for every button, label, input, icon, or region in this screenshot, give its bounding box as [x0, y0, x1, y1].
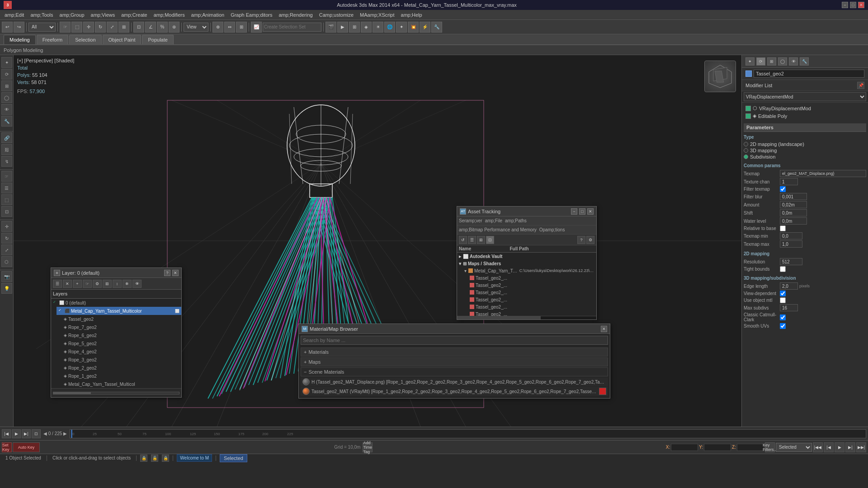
menu-ampanimation[interactable]: amp;Animation: [189, 11, 227, 19]
render-scene-button[interactable]: ☀: [373, 22, 383, 33]
lock-all-button[interactable]: 🔒: [162, 455, 169, 462]
layer-row-rope5[interactable]: ◈ Rope_5_geo2: [62, 339, 181, 347]
render-frame-button[interactable]: ⊞: [349, 22, 360, 33]
asset-row-metal-cap[interactable]: ▾ Metal_Cap_Yarn_Tas... C:\Users\lukya\D…: [462, 267, 596, 274]
effects-button[interactable]: ✦: [396, 22, 407, 33]
menu-amptools[interactable]: amp;Tools: [28, 11, 56, 19]
object-name-input[interactable]: [754, 70, 864, 78]
layer-row-rope1[interactable]: ◈ Rope_1_geo2: [62, 372, 181, 380]
ribbon-tab-object-paint[interactable]: Object Paint: [103, 35, 142, 44]
view-dep-checkbox[interactable]: [780, 291, 786, 296]
asset-row-tassel-2[interactable]: Tassel_geo2_...: [468, 282, 596, 289]
use-obj-mtl-checkbox[interactable]: [780, 297, 786, 303]
water-level-input[interactable]: [780, 217, 807, 225]
navigation-cube[interactable]: TOP: [704, 61, 736, 92]
rayfire-button[interactable]: 💥: [408, 22, 419, 33]
layers-close-button[interactable]: ✕: [172, 270, 179, 276]
menu-ampmodifiers[interactable]: amp;Modifiers: [151, 11, 188, 19]
type-2d-radio[interactable]: 2D mapping (landscape): [744, 141, 866, 147]
render-setup-button[interactable]: 🎬: [326, 22, 336, 33]
smooth-uvs-checkbox[interactable]: [780, 323, 786, 329]
asset-restore-button[interactable]: □: [579, 208, 585, 215]
align-button[interactable]: ⊕: [212, 22, 223, 33]
ribbon-tab-modeling[interactable]: Modeling: [4, 35, 36, 44]
menu-amphelp[interactable]: amp;Help: [398, 11, 425, 19]
modifier-vray-displacement[interactable]: ⬡ VRayDisplacementMod: [744, 104, 866, 112]
relative-checkbox[interactable]: [780, 225, 786, 231]
light-btn[interactable]: 💡: [1, 283, 12, 294]
resolution-input[interactable]: [780, 258, 802, 265]
asset-group-maps[interactable]: ▾ ⊞ Maps / Shaders: [457, 260, 596, 267]
play-button[interactable]: ▶: [12, 429, 21, 438]
link-btn[interactable]: 🔗: [1, 132, 12, 143]
ribbon-tab-freeform[interactable]: Freeform: [37, 35, 69, 44]
timeline-scroll-left[interactable]: ◀: [43, 431, 47, 436]
maximize-button[interactable]: □: [850, 2, 856, 8]
menu-campustomize[interactable]: Camp;ustomize: [316, 11, 356, 19]
lock-transform-button[interactable]: 🔓: [151, 455, 158, 462]
modifier-poly-enable-checkbox[interactable]: [745, 113, 751, 119]
asset-close-button[interactable]: ✕: [587, 208, 594, 215]
select-region-rect-btn[interactable]: ⬚: [1, 194, 12, 205]
edge-length-input[interactable]: [780, 282, 798, 290]
window-crossing-btn[interactable]: ⊡: [1, 206, 12, 217]
hierarchy-panel-btn[interactable]: ⊞: [1, 80, 12, 91]
bind-space-warp-btn[interactable]: ↯: [1, 156, 12, 167]
matbrowser-close-button[interactable]: ✕: [601, 326, 607, 332]
menu-ampcreate[interactable]: amp;Create: [118, 11, 150, 19]
menu-grapheampditors[interactable]: Graph Eamp;ditors: [228, 11, 275, 19]
motion-panel-btn[interactable]: ◯: [1, 92, 12, 103]
layer-row-metal-cap-sub[interactable]: ◈ Metal_Cap_Yarn_Tassel_Multicol: [62, 380, 181, 388]
rp-tab-hierarchy[interactable]: ⊞: [767, 57, 776, 66]
modifier-enable-checkbox[interactable]: [745, 106, 751, 111]
matbrowser-panel-header[interactable]: M Material/Map Browser ✕: [299, 324, 610, 334]
layer-row-rope6[interactable]: ◈ Rope_6_geo2: [62, 331, 181, 339]
modify-panel-btn[interactable]: ⟳: [1, 69, 12, 80]
scene-mat-1[interactable]: H (Tassel_geo2_MAT_Displace.png) [Rope_1…: [301, 377, 608, 386]
merge-layers-button[interactable]: ⊞: [103, 280, 112, 288]
layer-freeze-button[interactable]: ❄: [123, 280, 132, 288]
amount-input[interactable]: [780, 201, 807, 208]
filter-select[interactable]: All: [28, 23, 56, 32]
rp-tab-display[interactable]: 👁: [789, 57, 798, 66]
type-subdiv-radio-btn[interactable]: [744, 155, 748, 159]
reference-coord-button[interactable]: ⊞: [118, 22, 129, 33]
asset-menu-file[interactable]: amp;File: [485, 218, 502, 223]
minimize-button[interactable]: −: [842, 2, 848, 8]
place-highlight-btn[interactable]: ⬡: [1, 256, 12, 267]
add-time-tag-button[interactable]: Add Time Tag: [363, 442, 373, 452]
extra1-button[interactable]: ⚡: [420, 22, 430, 33]
menu-ampedit[interactable]: amp;Edit: [2, 11, 27, 19]
layer-row-default[interactable]: ✓ ⬜ 0 (default): [51, 299, 181, 307]
delete-layer-button[interactable]: ✕: [63, 280, 72, 288]
layer-row-rope7[interactable]: ◈ Rope_7_geo2: [62, 323, 181, 331]
timeline-bar[interactable]: 0 25 50 75 100 125 150 175 200 225: [70, 429, 866, 438]
x-coord-input[interactable]: [671, 444, 698, 451]
layers-panel-header[interactable]: ≡ Layer: 0 (default) ? ✕: [51, 268, 181, 278]
select-objects-button[interactable]: ☞: [83, 280, 92, 288]
modifier-editable-poly[interactable]: ◈ Editable Poly: [744, 112, 866, 120]
scale-lt-btn[interactable]: ⤢: [1, 244, 12, 255]
asset-submenu-options[interactable]: Opamp;tions: [539, 227, 565, 232]
matbrowser-search-input[interactable]: [301, 336, 608, 345]
type-subdiv-radio[interactable]: Subdivision: [744, 154, 866, 160]
asset-thumbnail-button[interactable]: ⊡: [486, 236, 494, 244]
viewport[interactable]: [+] [Perspective] [Shaded] Total Polys: …: [14, 55, 741, 427]
rotate-lt-btn[interactable]: ↻: [1, 233, 12, 244]
snap-toggle-button[interactable]: ⊡: [133, 22, 144, 33]
redo-button[interactable]: ↪: [14, 22, 24, 33]
texmap-input[interactable]: [780, 170, 866, 177]
asset-group-vault[interactable]: ▸ ⬜ Autodesk Vault: [457, 253, 596, 260]
asset-view-button[interactable]: ☰: [468, 236, 476, 244]
angle-snap-button[interactable]: ∠: [145, 22, 156, 33]
shift-input[interactable]: [780, 209, 807, 216]
rp-tab-modify[interactable]: ⟳: [756, 57, 765, 66]
material-editor-button[interactable]: ◈: [361, 22, 372, 33]
rp-tab-create[interactable]: ✦: [745, 57, 755, 66]
undo-button[interactable]: ↩: [2, 22, 13, 33]
y-coord-input[interactable]: [704, 444, 731, 451]
matbrowser-scene-materials-section[interactable]: − Scene Materials: [301, 367, 608, 376]
menu-ampviews[interactable]: amp;Views: [88, 11, 118, 19]
texmap-max-input[interactable]: [780, 240, 802, 248]
move-lt-btn[interactable]: ✛: [1, 221, 12, 232]
